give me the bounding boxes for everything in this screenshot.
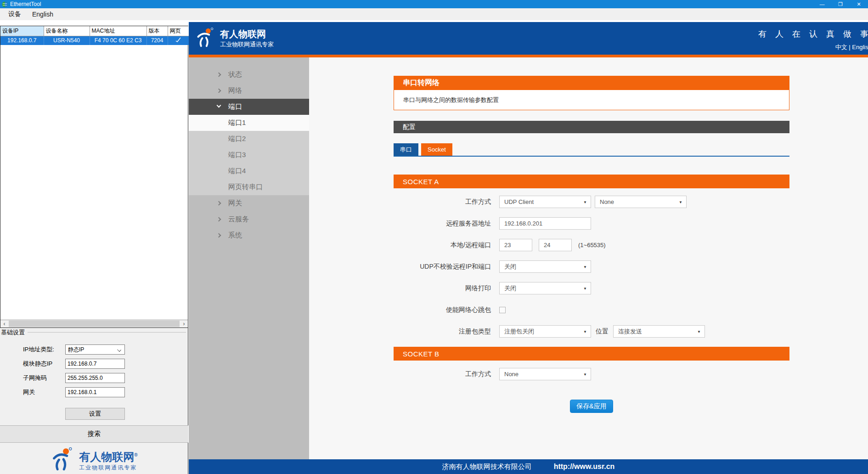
web-brand-name: 有人物联网 <box>220 28 274 40</box>
chevron-right-icon <box>217 89 221 93</box>
search-button[interactable]: 搜索 <box>0 425 188 443</box>
gateway-field[interactable] <box>65 387 125 397</box>
tab-socket[interactable]: Socket <box>421 143 452 156</box>
socket-b-work-mode-row: 工作方式 None ▼ <box>394 368 789 380</box>
ports-label: 本地/远程端口 <box>394 241 491 249</box>
work-mode-label: 工作方式 <box>394 198 491 206</box>
nav-port[interactable]: 端口 <box>189 99 309 115</box>
nav-status[interactable]: 状态 <box>189 67 309 83</box>
nav-port2[interactable]: 端口2 <box>189 131 309 147</box>
brand-name: 有人物联网® <box>79 449 137 463</box>
remote-port-field[interactable] <box>539 239 572 251</box>
web-sidebar: 状态 网络 端口 端口1 端口2 端口3 端口4 <box>189 57 309 459</box>
scroll-right-icon[interactable]: › <box>180 320 188 327</box>
work-mode-extra-select[interactable]: None ▼ <box>595 196 687 208</box>
app-window: EthernetTool — ❐ ✕ 设备 English 设备IP 设备名称 … <box>0 0 868 474</box>
language-switch[interactable]: 中文 | English <box>758 43 868 51</box>
nav-gateway[interactable]: 网关 <box>189 195 309 211</box>
nav-system[interactable]: 系统 <box>189 227 309 243</box>
basic-settings-title: 基础设置 <box>1 328 27 337</box>
nav-web-to-serial[interactable]: 网页转串口 <box>189 179 309 195</box>
page-title: 串口转网络 <box>394 76 789 90</box>
heartbeat-checkbox[interactable] <box>499 307 506 313</box>
nav-port1[interactable]: 端口1 <box>189 115 309 131</box>
chevron-down-icon <box>217 103 221 108</box>
maximize-button[interactable]: ❐ <box>831 0 850 8</box>
socket-b-work-mode-label: 工作方式 <box>394 370 491 378</box>
work-mode-select[interactable]: UDP Client ▼ <box>499 196 591 208</box>
udp-check-select[interactable]: 关闭 ▼ <box>499 260 591 273</box>
col-mac[interactable]: MAC地址 <box>90 26 147 36</box>
ip-type-label: IP地址类型: <box>23 345 54 354</box>
config-section-title: 配置 <box>394 121 789 133</box>
nav-cloud[interactable]: 云服务 <box>189 211 309 227</box>
cell-mac[interactable]: F4 70 0C 60 E2 C3 <box>90 36 147 45</box>
nav-port3[interactable]: 端口3 <box>189 147 309 163</box>
brand-slogan: 工业物联网通讯专家 <box>79 464 137 472</box>
dropdown-arrow-icon: ▼ <box>583 372 587 377</box>
chevron-right-icon <box>217 201 221 206</box>
open-webpage-icon[interactable] <box>175 37 181 43</box>
chevron-right-icon <box>217 233 221 238</box>
app-icon <box>2 1 8 7</box>
net-print-select[interactable]: 关闭 ▼ <box>499 282 591 294</box>
window-title: EthernetTool <box>10 1 41 7</box>
cell-version[interactable]: 7204 <box>147 36 168 45</box>
nav-port4[interactable]: 端口4 <box>189 163 309 179</box>
web-footer: 济南有人物联网技术有限公司 http://www.usr.cn <box>189 459 868 474</box>
remote-addr-row: 远程服务器地址 <box>394 217 789 230</box>
device-list: 设备IP 设备名称 MAC地址 版本 网页 192.168.0.7 USR-N5… <box>0 26 188 328</box>
local-port-field[interactable] <box>499 239 532 251</box>
net-print-row: 网络打印 关闭 ▼ <box>394 282 789 294</box>
static-ip-field[interactable] <box>65 359 125 369</box>
col-version[interactable]: 版本 <box>147 26 168 36</box>
title-bar: EthernetTool — ❐ ✕ <box>0 0 868 8</box>
web-header: 有人物联网 工业物联网通讯专家 有 人 在 认 真 做 事 中文 | Engli… <box>189 22 868 57</box>
device-table: 设备IP 设备名称 MAC地址 版本 网页 192.168.0.7 USR-N5… <box>0 26 189 45</box>
dropdown-arrow-icon: ▼ <box>583 265 587 269</box>
nav-network[interactable]: 网络 <box>189 83 309 99</box>
web-view: 有人物联网 工业物联网通讯专家 有 人 在 认 真 做 事 中文 | Engli… <box>189 22 868 474</box>
dropdown-arrow-icon: ▼ <box>583 200 587 204</box>
ip-type-select[interactable]: 静态IP <box>65 344 125 355</box>
tab-serial[interactable]: 串口 <box>394 143 418 156</box>
chevron-right-icon <box>217 73 221 77</box>
scroll-left-icon[interactable]: ‹ <box>0 320 8 327</box>
socket-b-title: SOCKET B <box>394 347 789 361</box>
set-button[interactable]: 设置 <box>65 408 125 420</box>
port-range-hint: (1~65535) <box>578 242 606 248</box>
footer-url[interactable]: http://www.usr.cn <box>554 463 615 471</box>
regpkt-type-select[interactable]: 注册包关闭 ▼ <box>499 325 591 338</box>
udp-check-label: UDP不校验远程IP和端口 <box>394 263 491 271</box>
col-device-name[interactable]: 设备名称 <box>44 26 90 36</box>
cell-webpage-link[interactable] <box>168 36 189 45</box>
horizontal-scrollbar[interactable]: ‹ › <box>0 320 188 327</box>
table-row[interactable]: 192.168.0.7 USR-N540 F4 70 0C 60 E2 C3 7… <box>0 36 189 45</box>
scrollbar-thumb[interactable] <box>9 321 180 327</box>
subnet-mask-label: 子网掩码 <box>23 374 47 382</box>
cell-device-ip[interactable]: 192.168.0.7 <box>0 36 44 45</box>
groupbox-line <box>28 332 186 333</box>
regpkt-row: 注册包类型 注册包关闭 ▼ 位置 连接发送 ▼ <box>394 325 789 338</box>
dropdown-arrow-icon: ▼ <box>583 330 587 334</box>
regpkt-pos-label: 位置 <box>596 327 609 336</box>
menu-device[interactable]: 设备 <box>3 9 27 19</box>
web-brand-slogan: 工业物联网通讯专家 <box>220 40 274 49</box>
page-description: 串口与网络之间的数据传输参数配置 <box>394 90 789 110</box>
col-webpage[interactable]: 网页 <box>168 26 189 36</box>
col-device-ip[interactable]: 设备IP <box>0 26 44 36</box>
web-content: 串口转网络 串口与网络之间的数据传输参数配置 配置 串口 Socket SOCK… <box>309 57 868 459</box>
window-controls: — ❐ ✕ <box>813 0 868 8</box>
subnet-mask-field[interactable] <box>65 373 125 383</box>
save-apply-button[interactable]: 保存&应用 <box>570 400 613 413</box>
remote-addr-field[interactable] <box>499 217 591 230</box>
regpkt-pos-select[interactable]: 连接发送 ▼ <box>613 325 705 338</box>
cell-device-name[interactable]: USR-N540 <box>44 36 90 45</box>
minimize-button[interactable]: — <box>813 0 831 8</box>
usr-figure-icon <box>51 447 74 473</box>
menu-english[interactable]: English <box>27 10 59 19</box>
close-button[interactable]: ✕ <box>850 0 868 8</box>
device-list-empty-area <box>0 45 188 320</box>
socket-b-work-mode-select[interactable]: None ▼ <box>499 368 591 380</box>
net-print-label: 网络打印 <box>394 284 491 293</box>
